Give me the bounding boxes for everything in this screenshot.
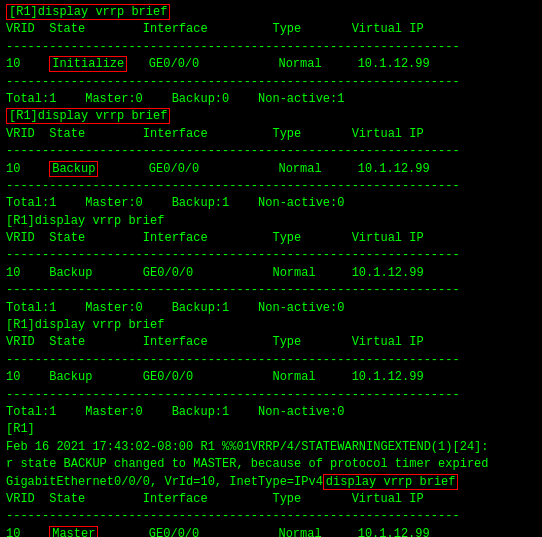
command-highlight-1: [R1]display vrrp brief — [6, 4, 170, 20]
divider-2: ----------------------------------------… — [6, 74, 536, 91]
command-line-1: [R1]display vrrp brief — [6, 4, 536, 21]
data-row-4: 10 Backup GE0/0/0 Normal 10.1.12.99 — [6, 369, 536, 386]
data-row-5: 10 Master GE0/0/0 Normal 10.1.12.99 — [6, 526, 536, 537]
divider-1: ----------------------------------------… — [6, 39, 536, 56]
divider-4: ----------------------------------------… — [6, 178, 536, 195]
command-line-2: [R1]display vrrp brief — [6, 108, 536, 125]
prompt-line-1: [R1] — [6, 421, 536, 438]
divider-3: ----------------------------------------… — [6, 143, 536, 160]
header-line-2: VRID State Interface Type Virtual IP — [6, 126, 536, 143]
command-line-3: [R1]display vrrp brief — [6, 213, 536, 230]
command-line-4: [R1]display vrrp brief — [6, 317, 536, 334]
total-line-1: Total:1 Master:0 Backup:0 Non-active:1 — [6, 91, 536, 108]
data-row-2: 10 Backup GE0/0/0 Normal 10.1.12.99 — [6, 161, 536, 178]
state-badge-2: Backup — [49, 161, 98, 177]
data-row-3: 10 Backup GE0/0/0 Normal 10.1.12.99 — [6, 265, 536, 282]
divider-9: ----------------------------------------… — [6, 508, 536, 525]
command-highlight-2: [R1]display vrrp brief — [6, 108, 170, 124]
terminal: [R1]display vrrp brief VRID State Interf… — [6, 4, 536, 537]
command-highlight-5: display vrrp brief — [323, 474, 459, 490]
divider-6: ----------------------------------------… — [6, 282, 536, 299]
total-line-3: Total:1 Master:0 Backup:1 Non-active:0 — [6, 300, 536, 317]
header-line-4: VRID State Interface Type Virtual IP — [6, 334, 536, 351]
divider-7: ----------------------------------------… — [6, 352, 536, 369]
warning-line-1: Feb 16 2021 17:43:02-08:00 R1 %%01VRRP/4… — [6, 439, 536, 456]
header-line-5: VRID State Interface Type Virtual IP — [6, 491, 536, 508]
state-badge-1: Initialize — [49, 56, 127, 72]
warning-line-2: r state BACKUP changed to MASTER, becaus… — [6, 456, 536, 473]
state-badge-5: Master — [49, 526, 98, 537]
total-line-2: Total:1 Master:0 Backup:1 Non-active:0 — [6, 195, 536, 212]
header-line-3: VRID State Interface Type Virtual IP — [6, 230, 536, 247]
divider-5: ----------------------------------------… — [6, 247, 536, 264]
total-line-4: Total:1 Master:0 Backup:1 Non-active:0 — [6, 404, 536, 421]
divider-8: ----------------------------------------… — [6, 387, 536, 404]
warning-line-3: GigabitEthernet0/0/0, VrId=10, InetType=… — [6, 474, 536, 491]
header-line-1: VRID State Interface Type Virtual IP — [6, 21, 536, 38]
data-row-1: 10 Initialize GE0/0/0 Normal 10.1.12.99 — [6, 56, 536, 73]
